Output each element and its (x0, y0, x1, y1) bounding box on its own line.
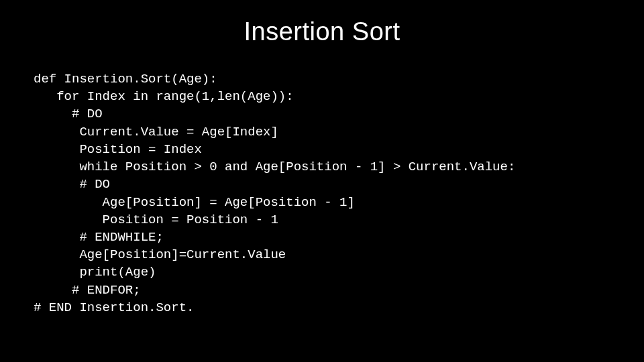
code-block: def Insertion.Sort(Age): for Index in ra… (34, 70, 610, 316)
page-title: Insertion Sort (34, 17, 610, 46)
slide: Insertion Sort def Insertion.Sort(Age): … (0, 0, 644, 362)
